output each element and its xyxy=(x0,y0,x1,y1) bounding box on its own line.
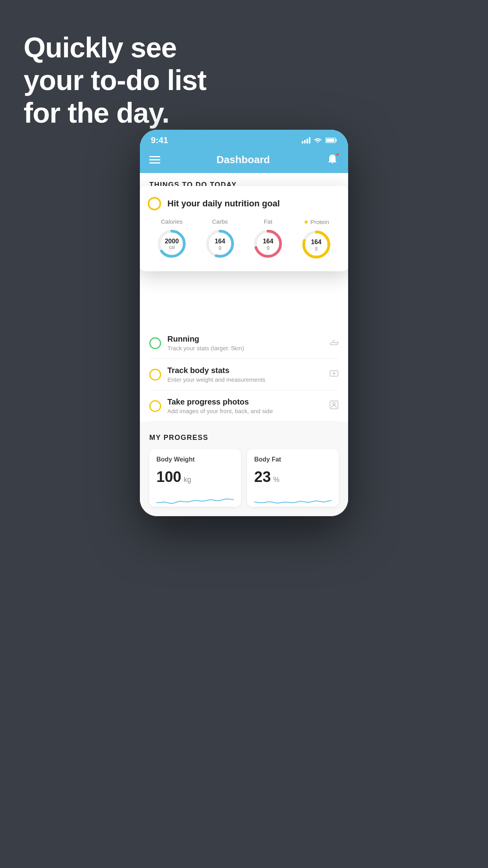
app-header: Dashboard xyxy=(140,149,348,173)
donut-fat: 164 g xyxy=(252,228,284,259)
todo-text-body-stats: Track body stats Enter your weight and m… xyxy=(167,366,323,383)
todo-sub-photos: Add images of your front, back, and side xyxy=(167,408,323,414)
card-title-row: Hit your daily nutrition goal xyxy=(148,197,340,210)
todo-item-running[interactable]: Running Track your stats (target: 5km) xyxy=(149,327,339,359)
todo-text-running: Running Track your stats (target: 5km) xyxy=(167,335,323,351)
signal-icon xyxy=(302,137,310,143)
todo-icon-running xyxy=(329,337,339,349)
phone-mockup: 9:41 xyxy=(140,130,348,516)
progress-card-body-weight: Body Weight 100 kg xyxy=(149,449,241,507)
hero-text: Quickly see your to-do list for the day. xyxy=(24,31,206,129)
todo-main-photos: Take progress photos xyxy=(167,397,323,406)
nutrition-calories: Calories 2000 cal xyxy=(156,218,187,259)
donut-value: 164 xyxy=(311,239,321,246)
nutrition-label-text: Calories xyxy=(161,218,183,225)
todo-icon-photos xyxy=(329,400,339,412)
nutrition-protein: ★ Protein 164 g xyxy=(301,218,332,260)
header-title: Dashboard xyxy=(216,154,270,166)
donut-center: 164 g xyxy=(311,239,321,251)
todo-text-photos: Take progress photos Add images of your … xyxy=(167,397,323,414)
progress-card-title: Body Fat xyxy=(254,456,332,463)
progress-value: 100 kg xyxy=(156,469,234,485)
progress-value: 23 % xyxy=(254,469,332,485)
star-icon: ★ xyxy=(303,218,309,226)
todo-icon-body-stats xyxy=(329,369,339,381)
donut-unit: g xyxy=(311,245,321,250)
sparkline xyxy=(254,491,332,507)
svg-rect-0 xyxy=(302,141,303,143)
donut-center: 164 g xyxy=(263,238,273,250)
status-icons xyxy=(302,137,337,143)
todo-item-photos[interactable]: Take progress photos Add images of your … xyxy=(149,390,339,422)
svg-rect-1 xyxy=(304,140,306,143)
progress-cards: Body Weight 100 kg Body Fat 23 % xyxy=(149,449,339,507)
nutrition-carbs: Carbs 164 g xyxy=(204,218,236,259)
nutrition-fat: Fat 164 g xyxy=(252,218,284,259)
progress-number: 100 xyxy=(156,469,181,485)
svg-rect-3 xyxy=(309,137,310,143)
donut-calories: 2000 cal xyxy=(156,228,187,259)
nutrition-circle-icon xyxy=(148,197,161,210)
todo-circle-running xyxy=(149,337,161,349)
svg-rect-5 xyxy=(336,139,337,142)
donut-center: 164 g xyxy=(215,238,225,250)
sparkline-svg xyxy=(156,491,234,507)
nutrition-card: Hit your daily nutrition goal Calories 2… xyxy=(140,186,348,271)
todo-sub-running: Track your stats (target: 5km) xyxy=(167,345,323,351)
hero-line3: for the day. xyxy=(24,97,206,129)
todo-sub-body-stats: Enter your weight and measurements xyxy=(167,376,323,383)
progress-card-body-fat: Body Fat 23 % xyxy=(247,449,339,507)
hero-line1: Quickly see xyxy=(24,31,206,64)
donut-value: 2000 xyxy=(165,238,179,245)
hamburger-line1 xyxy=(149,156,160,157)
wifi-icon xyxy=(314,137,322,143)
donut-value: 164 xyxy=(215,238,225,245)
svg-point-19 xyxy=(333,403,335,405)
nutrition-row: Calories 2000 cal Carbs 164 g Fat 164 g … xyxy=(148,218,340,260)
progress-number: 23 xyxy=(254,469,271,485)
sparkline xyxy=(156,491,234,507)
todo-main-running: Running xyxy=(167,335,323,344)
donut-center: 2000 cal xyxy=(165,238,179,250)
notification-dot xyxy=(336,153,339,156)
nutrition-label-text: Protein xyxy=(310,219,329,225)
app-body: THINGS TO DO TODAY Hit your daily nutrit… xyxy=(140,173,348,516)
svg-rect-6 xyxy=(326,139,334,142)
hero-line2: your to-do list xyxy=(24,64,206,97)
progress-card-title: Body Weight xyxy=(156,456,234,463)
progress-unit: % xyxy=(273,476,279,484)
nutrition-card-title: Hit your daily nutrition goal xyxy=(167,199,280,209)
todo-main-body-stats: Track body stats xyxy=(167,366,323,375)
donut-unit: g xyxy=(215,245,225,250)
hamburger-line3 xyxy=(149,162,160,164)
donut-value: 164 xyxy=(263,238,273,245)
donut-unit: cal xyxy=(165,245,179,250)
todo-list: Running Track your stats (target: 5km) T… xyxy=(140,327,348,422)
donut-protein: 164 g xyxy=(301,229,332,260)
progress-section: MY PROGRESS Body Weight 100 kg Body Fat … xyxy=(140,422,348,516)
todo-circle-body-stats xyxy=(149,369,161,381)
hamburger-line2 xyxy=(149,159,160,160)
status-bar: 9:41 xyxy=(140,130,348,149)
battery-icon xyxy=(325,137,337,143)
todo-circle-photos xyxy=(149,400,161,412)
progress-title: MY PROGRESS xyxy=(149,434,339,442)
time-label: 9:41 xyxy=(151,135,168,145)
donut-unit: g xyxy=(263,245,273,250)
nutrition-label-text: Fat xyxy=(264,218,272,225)
progress-unit: kg xyxy=(183,476,191,484)
notification-button[interactable] xyxy=(326,153,339,166)
sparkline-svg xyxy=(254,491,332,507)
menu-button[interactable] xyxy=(149,156,160,164)
todo-item-body-stats[interactable]: Track body stats Enter your weight and m… xyxy=(149,359,339,390)
svg-rect-2 xyxy=(306,139,308,143)
nutrition-label-text: Carbs xyxy=(212,218,228,225)
donut-carbs: 164 g xyxy=(204,228,236,259)
